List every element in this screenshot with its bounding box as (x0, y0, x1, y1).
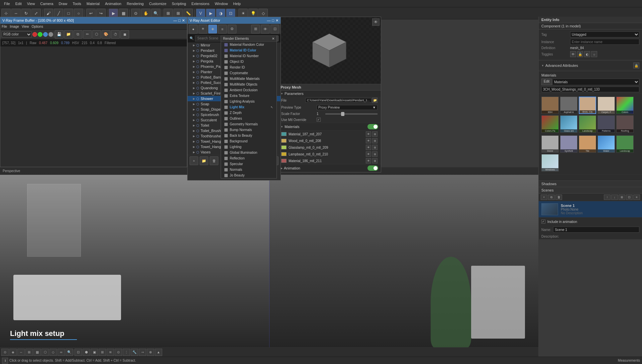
mat-eye-btn[interactable]: 👁 (366, 138, 371, 143)
mat-thumb-3dh[interactable]: 3DH (541, 97, 559, 114)
scenes-delete-btn[interactable]: 🗑 (555, 195, 562, 200)
vfb-menu-image[interactable]: Image (10, 25, 19, 28)
vp-tool-15[interactable]: ⊙ (115, 349, 122, 356)
re-item-light-mix[interactable]: Light Mix ↖ (221, 104, 277, 110)
mat-eye-btn[interactable]: 👁 (366, 145, 371, 150)
vfb-close[interactable]: ✕ (182, 18, 185, 23)
menu-view[interactable]: View (24, 1, 38, 6)
edit-btn[interactable]: Edit (541, 79, 552, 85)
ae-eye-btn[interactable]: 👁 (261, 25, 270, 33)
vfb-maximize[interactable]: □ (178, 18, 181, 23)
ae-lights-btn[interactable]: ☀ (199, 25, 207, 33)
menu-help[interactable]: Help (230, 1, 243, 6)
file-value[interactable]: C:\Users\Yane\Downloads\Assets\Pendant_1… (305, 98, 371, 103)
ae-env-btn[interactable]: ≡ (218, 25, 227, 33)
re-item-lighting[interactable]: Lighting (221, 144, 277, 150)
vfb-stop-btn[interactable]: ⏹ (120, 30, 129, 39)
vp-tool-7[interactable]: ◇ (49, 349, 57, 356)
re-item-multimatte-obj[interactable]: MultiMatte Objects (221, 82, 277, 87)
toggle-visibility-btn[interactable]: 👁 (570, 51, 576, 57)
materials-toggle[interactable] (367, 124, 378, 129)
scenes-duplicate-btn[interactable]: ⧉ (548, 195, 555, 200)
vp-tool-18[interactable]: ⊸ (139, 349, 146, 356)
re-item-gi[interactable]: Global Illumination (221, 150, 277, 155)
scenes-sort-btn[interactable]: ⊞ (619, 195, 625, 200)
menu-tools[interactable]: Tools (70, 1, 84, 6)
mat-thumb-water[interactable]: Water (598, 135, 615, 153)
re-item-mat-random[interactable]: Material Random Color (221, 42, 277, 47)
info-icon[interactable]: ℹ (2, 358, 8, 364)
mat-link-btn[interactable]: ⊞ (372, 145, 378, 150)
vp-tool-9[interactable]: 🔍 (66, 349, 73, 356)
ae-render-elem-btn[interactable]: ⊞ (251, 25, 260, 33)
vfb-lens-btn[interactable]: ⬡ (92, 30, 101, 39)
scale-handle[interactable] (341, 112, 344, 116)
scenes-view-btn[interactable]: ⊡ (626, 195, 633, 200)
mtl-override-checkbox[interactable] (317, 118, 321, 122)
vfb-history-btn[interactable]: ⏱ (111, 30, 120, 39)
vp-tool-17[interactable]: 🔧 (131, 349, 138, 356)
scale-slider[interactable] (325, 113, 378, 115)
mat-thumb-stone[interactable]: Stone (541, 135, 559, 153)
menu-scripting[interactable]: Scripting (169, 1, 189, 6)
params-section-title[interactable]: ▼ Parameters (278, 91, 381, 97)
tag-select[interactable]: Untagged (570, 31, 639, 37)
vfb-menu-options[interactable]: Options (31, 25, 43, 28)
re-item-reflection[interactable]: Reflection (221, 155, 277, 161)
mat-link-btn[interactable]: ⊞ (372, 138, 378, 143)
eye-icon[interactable]: 👁 (372, 18, 380, 26)
mat-thumb-windows[interactable]: Windows (541, 154, 559, 171)
ae-add-btn[interactable]: + (190, 156, 198, 165)
menu-animation[interactable]: Animation (102, 1, 124, 6)
mat-thumb-asphalt[interactable]: Asphalt & (560, 97, 577, 114)
menu-material[interactable]: Material (84, 1, 102, 6)
vp-tool-8[interactable]: ∞ (58, 349, 65, 356)
mat-thumb-patterns[interactable]: Patterns (598, 115, 615, 133)
lock-icon[interactable]: 🔒 (633, 63, 639, 69)
mat-link-btn[interactable]: ⊞ (372, 131, 378, 137)
vfb-minimize[interactable]: — (173, 18, 177, 23)
vp-tool-6[interactable]: ⬡ (41, 349, 49, 356)
vp-tool-3[interactable]: ↔ (17, 349, 25, 356)
ae-maximize[interactable]: □ (272, 18, 274, 23)
re-item-render-id[interactable]: Render ID (221, 65, 277, 70)
mat-thumb-colors-fa[interactable]: Colors-Fa (541, 115, 559, 133)
menu-file[interactable]: File (1, 1, 13, 6)
vfb-menu-file[interactable]: File (2, 25, 7, 28)
scenes-list-btn[interactable]: ≡ (633, 195, 640, 200)
re-item-background[interactable]: Background (221, 138, 277, 144)
vp-tool-20[interactable]: ▲ (155, 349, 162, 356)
re-item-lighting-analysis[interactable]: Lighting Analysis (221, 99, 277, 104)
ae-close[interactable]: ✕ (276, 18, 279, 23)
scenes-down-btn[interactable]: ↓ (611, 195, 618, 200)
view-select[interactable]: Materials (552, 79, 639, 85)
file-browse-btn[interactable]: 📁 (372, 98, 378, 103)
re-item-ao[interactable]: Ambient Occlusion (221, 87, 277, 93)
animation-toggle[interactable] (367, 165, 378, 171)
menu-camera[interactable]: Camera (37, 1, 56, 6)
toggle-lock-btn[interactable]: 🔒 (577, 51, 583, 57)
vp-tool-10[interactable]: ⊡ (75, 349, 82, 356)
re-close-icon[interactable]: ✕ (272, 37, 275, 40)
include-animation-checkbox[interactable] (541, 220, 545, 224)
menu-extensions[interactable]: Extensions (189, 1, 212, 6)
re-item-mat-id-color[interactable]: Material ID Color (221, 47, 277, 53)
ae-titlebar[interactable]: V-Ray Asset Editor — □ ✕ (188, 17, 281, 24)
re-item-mat-id-num[interactable]: Material ID Number (221, 53, 277, 59)
mat-thumb-brick[interactable]: Brick, Cla (579, 97, 596, 114)
mat-thumb-tile[interactable]: Tile (579, 135, 596, 153)
scenes-up-btn[interactable]: ↑ (604, 195, 611, 200)
raw-btn[interactable]: Raw (30, 41, 36, 45)
vp-tool-19[interactable]: ⊕ (147, 349, 154, 356)
toggle-receive-btn[interactable]: ☼ (591, 51, 597, 57)
toggle-shadow-btn[interactable]: ◐ (584, 51, 590, 57)
color-channel-select[interactable]: RGB color (2, 31, 32, 37)
vp-tool-5[interactable]: ▦ (33, 349, 41, 356)
ae-extra-btn[interactable]: ⊡ (271, 25, 279, 33)
vp-tool-14[interactable]: ≋ (107, 349, 114, 356)
re-item-jo-beauty[interactable]: Jo Beauty (221, 172, 277, 178)
vfb-save-btn[interactable]: 💾 (55, 30, 64, 39)
vp-tool-4[interactable]: ⊞ (25, 349, 33, 356)
vfb-lut-btn[interactable]: 🎨 (102, 30, 110, 39)
vfb-annotate-btn[interactable]: ✏ (83, 30, 92, 39)
